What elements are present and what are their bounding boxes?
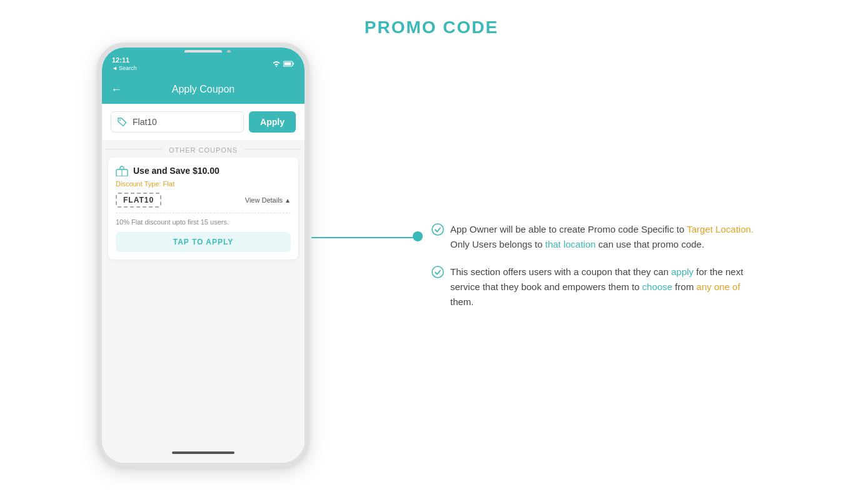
info-item-1: App Owner will be able to create Promo c… (432, 222, 832, 252)
status-bar: 12:11 ◄ Search (102, 53, 305, 75)
svg-point-3 (119, 119, 121, 121)
status-search: ◄ Search (112, 65, 136, 71)
coupon-code-badge: FLAT10 (116, 193, 161, 208)
tap-to-apply-button[interactable]: TAP TO APPLY (116, 232, 291, 252)
other-coupons-label: OTHER COUPONS (102, 140, 305, 158)
svg-point-7 (432, 266, 443, 278)
chevron-up-icon: ▲ (285, 197, 291, 204)
wifi-icon (272, 61, 281, 67)
app-header-title: Apply Coupon (172, 84, 235, 95)
info-item-2: This section offers users with a coupon … (432, 265, 832, 310)
back-button[interactable]: ← (111, 83, 122, 96)
coupon-card-header: Use and Save $10.00 (116, 165, 291, 176)
view-details[interactable]: View Details ▲ (245, 196, 291, 204)
info-text-1: App Owner will be able to create Promo c… (450, 222, 754, 252)
check-circle-icon-1 (432, 223, 444, 236)
coupon-icon (118, 118, 128, 126)
svg-rect-1 (285, 63, 291, 66)
coupon-card: Use and Save $10.00 Discount Type: Flat … (108, 158, 298, 260)
app-content: Flat10 Apply OTHER COUPONS Use and Save … (102, 104, 305, 468)
battery-icon (283, 61, 295, 67)
status-time: 12:11 (112, 56, 129, 64)
home-bar (172, 451, 235, 454)
apply-button[interactable]: Apply (249, 111, 296, 133)
svg-point-6 (432, 224, 443, 235)
coupon-input-area: Flat10 Apply (102, 104, 305, 140)
connector-line (311, 237, 418, 238)
coupon-code-row: FLAT10 View Details ▲ (116, 193, 291, 208)
coupon-input-box[interactable]: Flat10 (111, 111, 244, 133)
discount-type: Discount Type: Flat (116, 180, 291, 188)
coupon-description: 10% Flat discount upto first 15 users. (116, 213, 291, 226)
app-header: ← Apply Coupon (102, 75, 305, 104)
coupon-input-value: Flat10 (133, 117, 237, 127)
status-icons (272, 61, 295, 67)
page-title: PROMO CODE (0, 18, 863, 38)
svg-rect-2 (293, 63, 295, 65)
coupon-card-icon (116, 165, 128, 176)
info-panel: App Owner will be able to create Promo c… (432, 222, 832, 322)
info-text-2: This section offers users with a coupon … (450, 265, 743, 310)
phone-mockup: 12:11 ◄ Search (97, 43, 310, 468)
connector-dot (413, 231, 423, 241)
check-circle-icon-2 (432, 266, 444, 278)
coupon-card-title: Use and Save $10.00 (133, 166, 220, 176)
